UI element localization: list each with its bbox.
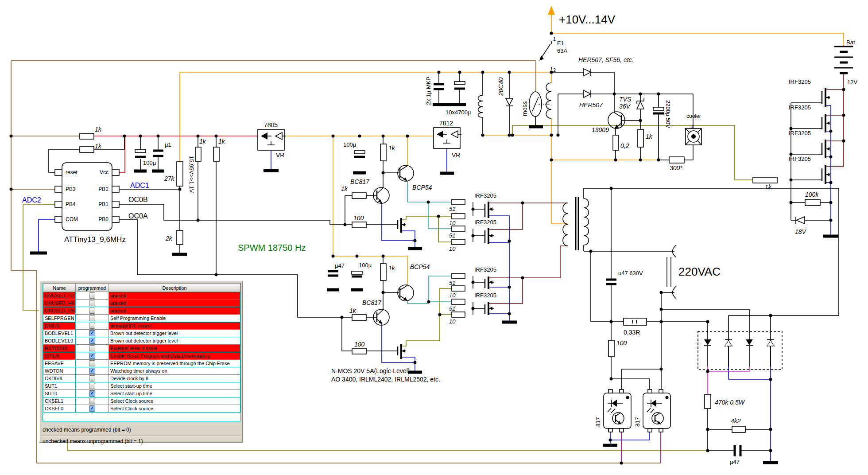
fuse-row: EESAVEEEPROM memory is preserved through… [43, 360, 240, 367]
vin-label: +10V...14V [559, 13, 616, 26]
note-checked: checked means programmed (bit = 0) [43, 427, 131, 433]
c100u-top: 100µ [343, 141, 356, 148]
regulator-7805 [258, 129, 286, 150]
fuse-checkbox[interactable] [89, 405, 95, 412]
fuse-checkbox[interactable] [89, 390, 95, 397]
r1k-drv2: 1k [388, 265, 395, 272]
fuse-programmed-cell [76, 345, 109, 352]
header-description: Description [109, 284, 240, 292]
fuse-switch [539, 44, 550, 61]
fuse-description-cell: Brown out detector trigger level [109, 337, 240, 345]
fuse-description-cell: Brown out detector trigger level [109, 330, 240, 337]
irf-r1: IRF3205 [789, 78, 811, 85]
r300-label: 300* [670, 164, 682, 171]
r033-label: 0,33R [624, 329, 640, 336]
fuse-row: SUT1Select start-up time [43, 382, 240, 390]
panel-separator [41, 436, 241, 436]
fuse-name-cell: SUT1 [43, 382, 76, 390]
fuse-name-cell: SUT0 [43, 390, 76, 397]
fuse-row: SELFPRGENSelf Programming Enable [43, 315, 240, 322]
d20c40-label: 20C40 [497, 78, 504, 96]
r51-1: 51 [449, 206, 455, 212]
regulator-7812 [434, 128, 461, 148]
fuse-programmed-cell [76, 292, 109, 300]
fuse-programmed-cell [76, 360, 109, 367]
r27k-label: 27k [164, 175, 175, 182]
fuse-name-cell: CKDIV8 [43, 375, 76, 382]
fuse-row: DWENdebugWIRE enable [43, 322, 240, 330]
fuse-programmed-cell [76, 300, 109, 307]
diode-list-label: HER507, SF56, etc. [578, 56, 634, 63]
fuse-name-cell: SPIEN [43, 352, 76, 360]
cu47hv-label: u47 630V [618, 270, 643, 276]
fuse-checkbox[interactable] [89, 330, 95, 336]
fuse-name-cell: UNUSED_H7 [43, 292, 76, 300]
fuse-description-cell: Select start-up time [109, 390, 240, 397]
pin-reset: reset [66, 169, 78, 175]
fuse-programmed-cell [76, 337, 109, 345]
fuse-row: RSTDISBLExternal reset disable [43, 345, 240, 352]
irf-r2: IRF3205 [789, 104, 811, 111]
fuse-pin2: 2 [553, 67, 556, 73]
bcp54-2-label: BCP54 [410, 263, 430, 270]
fuse-checkbox[interactable] [89, 375, 95, 382]
transformer [563, 197, 589, 250]
r51-4: 51 [449, 305, 455, 312]
fuse-description-cell: External reset disable [109, 345, 240, 352]
r10-4: 10 [449, 318, 456, 325]
fuse-checkbox[interactable] [89, 338, 95, 344]
fuse-row: UNUSED_H6unused [43, 300, 240, 307]
fuse-description-cell: debugWIRE enable [109, 322, 240, 330]
fuse-description-cell: Select start-up time [109, 382, 240, 390]
reg7812-vr: VR [452, 152, 460, 159]
t13009-label: 13009 [592, 126, 609, 133]
fuse-table-header: Name programmed Description [43, 284, 240, 292]
header-programmed: programmed [76, 284, 109, 292]
r02-label: 0,2 [620, 142, 629, 149]
fuse-checkbox[interactable] [89, 323, 95, 329]
irf-m1: IRF3205 [474, 192, 496, 199]
fuse-checkbox[interactable] [89, 308, 95, 314]
fuse-checkbox[interactable] [89, 315, 95, 321]
reg7805-label: 7805 [264, 121, 278, 128]
fuse-checkbox[interactable] [89, 292, 95, 299]
fuse-row: UNUSED_H7unused [43, 292, 240, 300]
fuse-checkbox[interactable] [89, 345, 95, 351]
fuse-row: WDTONWatchdog timer always on [43, 367, 240, 375]
fuse-row: CKSEL1Select Clock source [43, 397, 240, 405]
mosfets-right [822, 88, 830, 184]
pin-com: COM [66, 216, 78, 222]
pin-pb2: PB2 [98, 186, 108, 192]
opto1-label: 817 [595, 417, 601, 427]
fuse-row: SUT0Select start-up time [43, 390, 240, 397]
schematic-page: +10V...14V F1 63A 1 2 Bat 12V HER507, SF… [0, 0, 868, 475]
r1k-13009: 1k [646, 133, 653, 140]
fuse-programmed-cell [76, 397, 109, 405]
fuse-checkbox[interactable] [89, 368, 95, 374]
panel-separator [41, 424, 241, 425]
fuse-description-cell: unused [109, 307, 240, 315]
fuse-description-cell: Self Programming Enable [109, 315, 240, 322]
fuse-name-cell: CKSEL1 [43, 397, 76, 405]
fuse-checkbox[interactable] [89, 353, 95, 359]
fuse-checkbox[interactable] [89, 398, 95, 404]
fuse-checkbox[interactable] [89, 300, 95, 306]
fuse-name-cell: DWEN [43, 322, 76, 330]
wires-purple [621, 432, 661, 463]
fuse-programmed-cell [76, 322, 109, 330]
fuse-checkbox[interactable] [89, 383, 95, 389]
fuse-name-cell: UNUSED_H5 [43, 307, 76, 315]
net-adc1: ADC1 [130, 182, 149, 189]
mcu-chip [55, 163, 119, 230]
fuse-programmed-cell [76, 367, 109, 375]
fuse-checkbox[interactable] [89, 360, 95, 366]
fuse-row: BODLEVEL1Brown out detector trigger leve… [43, 330, 240, 337]
optocoupler-2 [643, 389, 670, 432]
c4700-label: 10x4700µ [446, 109, 471, 116]
fuse-row: CKSEL0Select Clock source [43, 405, 240, 413]
r100k-label: 100k [805, 191, 819, 198]
r100-opto: 100 [616, 339, 627, 347]
fuse-description-cell: Select Clock source [109, 397, 240, 405]
r100-gate1: 100 [353, 214, 364, 222]
fuse-programmed-cell [76, 315, 109, 322]
